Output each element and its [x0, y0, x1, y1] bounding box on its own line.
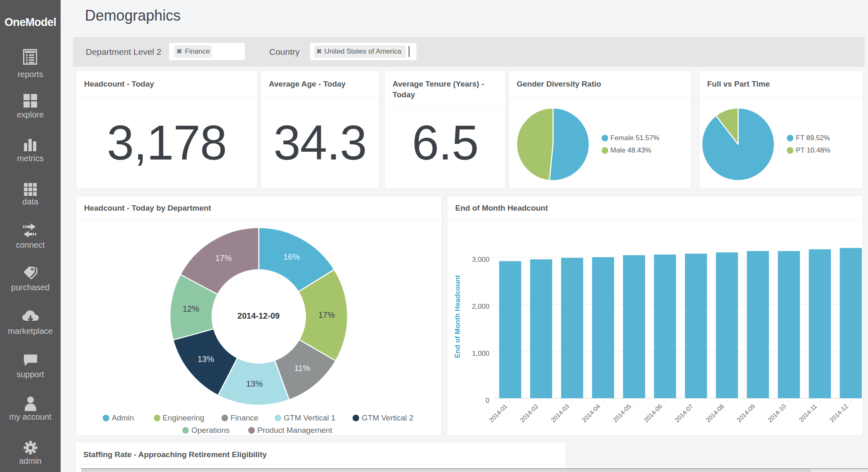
svg-text:End of Month Headcount: End of Month Headcount	[454, 275, 461, 358]
svg-text:2014-01: 2014-01	[487, 403, 508, 424]
svg-text:2014-02: 2014-02	[518, 403, 539, 424]
svg-text:2014-12: 2014-12	[828, 403, 849, 424]
svg-text:2014-05: 2014-05	[612, 403, 633, 424]
svg-text:2014-06: 2014-06	[642, 403, 663, 424]
svg-text:2014-07: 2014-07	[673, 403, 694, 424]
svg-text:2014-08: 2014-08	[704, 403, 725, 424]
svg-text:2014-10: 2014-10	[766, 403, 787, 424]
svg-text:0: 0	[486, 397, 489, 404]
svg-text:3,000: 3,000	[472, 256, 489, 263]
svg-text:2014-03: 2014-03	[550, 403, 571, 424]
svg-text:2014-04: 2014-04	[581, 403, 602, 424]
svg-text:2014-11: 2014-11	[797, 403, 818, 423]
svg-text:2014-09: 2014-09	[735, 403, 756, 424]
svg-text:2,000: 2,000	[472, 303, 489, 310]
svg-text:1,000: 1,000	[472, 350, 489, 357]
